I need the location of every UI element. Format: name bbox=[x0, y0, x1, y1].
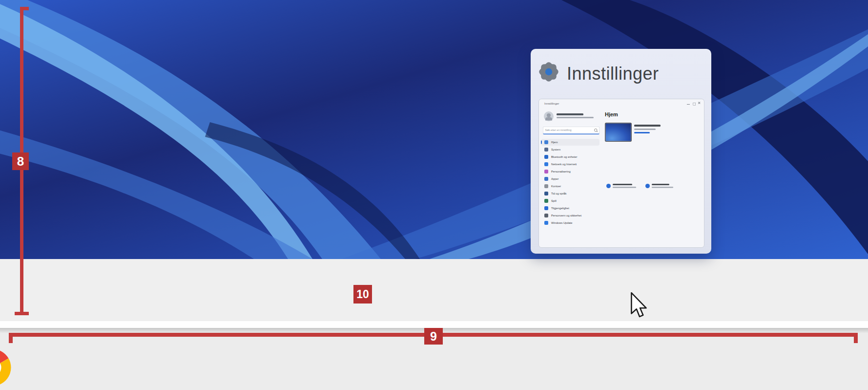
bluetooth-icon bbox=[544, 155, 548, 159]
device-model-blur bbox=[634, 129, 656, 130]
accessibility-icon bbox=[544, 206, 548, 210]
settings-search-input[interactable]: Søk etter en innstilling bbox=[543, 127, 599, 134]
chrome-icon-clipped[interactable] bbox=[0, 348, 12, 387]
annotation-bracket-9-right-tick bbox=[854, 333, 858, 343]
mouse-cursor bbox=[630, 292, 648, 319]
sidebar-item-time-language[interactable]: Tid og språk bbox=[541, 190, 599, 197]
search-icon bbox=[594, 129, 598, 132]
settings-flyout-preview[interactable]: Innstillinger Innstillinger Søk etter en… bbox=[531, 49, 711, 254]
home-icon bbox=[544, 140, 548, 144]
sidebar-item-gaming[interactable]: Spill bbox=[541, 197, 599, 204]
maximize-icon[interactable] bbox=[693, 103, 696, 106]
annotation-label-10: 10 bbox=[353, 285, 372, 303]
annotation-bracket-8-top-tick bbox=[20, 7, 29, 10]
device-thumbnail bbox=[605, 123, 632, 142]
system-icon bbox=[544, 148, 548, 152]
device-name-blur bbox=[634, 125, 661, 127]
quick-card-icon bbox=[606, 184, 611, 188]
clock-icon bbox=[544, 192, 548, 195]
quick-card-sub-blur bbox=[652, 187, 673, 188]
settings-window-thumbnail[interactable]: Innstillinger Søk etter en innstilling bbox=[538, 99, 704, 248]
avatar-shoulders bbox=[545, 117, 552, 121]
quick-card-icon bbox=[645, 184, 650, 188]
user-name-blur bbox=[557, 113, 583, 115]
minimize-icon[interactable] bbox=[687, 104, 690, 105]
shield-icon bbox=[544, 214, 548, 217]
flyout-title: Innstillinger bbox=[567, 64, 659, 84]
brush-icon bbox=[544, 170, 548, 173]
window-title: Innstillinger bbox=[544, 102, 559, 105]
sidebar-item-accessibility[interactable]: Tilgjengelighet bbox=[541, 205, 599, 212]
gamepad-icon bbox=[544, 199, 548, 203]
annotation-label-8: 8 bbox=[12, 152, 29, 170]
sidebar-item-accounts[interactable]: Kontoer bbox=[541, 183, 599, 190]
sidebar-item-bluetooth[interactable]: Bluetooth og enheter bbox=[541, 153, 599, 160]
person-icon bbox=[544, 184, 548, 188]
user-email-blur bbox=[557, 117, 594, 118]
update-icon bbox=[544, 221, 548, 225]
figure-canvas: S S bbox=[0, 0, 868, 390]
quick-card-sub-blur bbox=[613, 187, 636, 188]
annotation-bracket-8-bottom-tick bbox=[15, 312, 29, 315]
rename-link-blur[interactable] bbox=[634, 132, 650, 133]
sidebar-item-privacy[interactable]: Personvern og sikkerhet bbox=[541, 212, 599, 219]
quick-card-title-blur bbox=[652, 184, 669, 185]
settings-gear-icon bbox=[537, 61, 560, 83]
taskbar: S S bbox=[0, 259, 868, 321]
sidebar-item-system[interactable]: System bbox=[541, 146, 599, 153]
settings-page-heading: Hjem bbox=[605, 111, 618, 118]
search-placeholder: Søk etter en innstilling bbox=[545, 129, 572, 131]
windows-bloom-wallpaper bbox=[0, 0, 868, 259]
sidebar-item-personalization[interactable]: Personalisering bbox=[541, 168, 599, 175]
sidebar-item-home[interactable]: Hjem bbox=[541, 139, 599, 146]
avatar-head bbox=[547, 113, 551, 117]
page-gap bbox=[0, 321, 868, 328]
quick-card-title-blur bbox=[613, 184, 632, 185]
desktop-screenshot: S S bbox=[0, 0, 868, 321]
annotation-bracket-9-left-tick bbox=[9, 333, 13, 343]
annotation-label-9: 9 bbox=[424, 328, 443, 345]
sidebar-item-windows-update[interactable]: Windows Update bbox=[541, 219, 599, 226]
sidebar-item-network[interactable]: Nettverk og Internett bbox=[541, 161, 599, 168]
apps-icon bbox=[544, 177, 548, 181]
sidebar-item-apps[interactable]: Apper bbox=[541, 175, 599, 182]
globe-icon bbox=[544, 162, 548, 166]
